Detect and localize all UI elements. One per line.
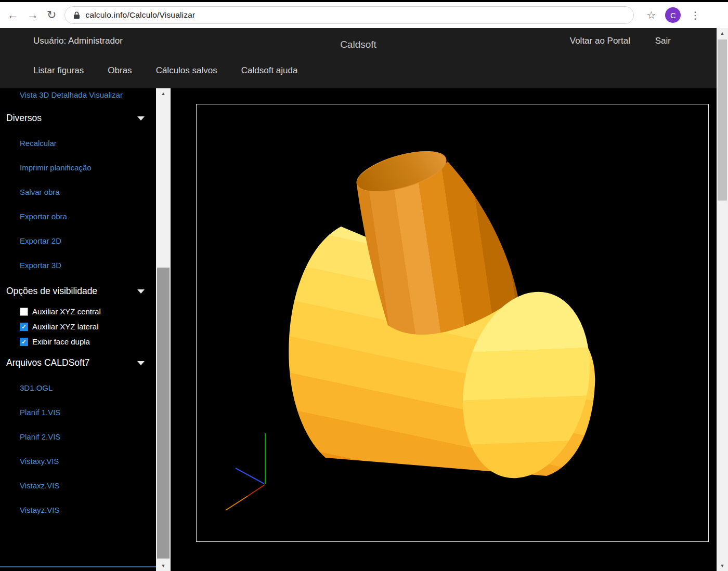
scroll-up-icon[interactable]: ▲ <box>156 88 171 99</box>
visibility-option-row: Exibir face dupla <box>0 334 156 349</box>
sidebar-footer-divider <box>0 566 156 571</box>
chevron-down-icon <box>137 116 145 121</box>
forward-icon[interactable]: → <box>27 9 38 21</box>
sidebar-scrollbar-thumb[interactable] <box>157 268 170 559</box>
axis-triad <box>226 433 265 510</box>
refresh-icon[interactable]: ↻ <box>47 9 56 21</box>
visibility-option-row: Auxiliar XYZ lateral <box>0 319 156 334</box>
nav-item-obras[interactable]: Obras <box>108 65 132 76</box>
axis-z-blue <box>236 468 264 484</box>
scroll-down-icon[interactable]: ▼ <box>717 561 728 571</box>
portal-link[interactable]: Voltar ao Portal <box>570 36 630 46</box>
axis-aux-orange <box>226 496 248 510</box>
checkbox-auxiliar-xyz-lateral[interactable] <box>20 323 28 331</box>
main-nav: Listar figuras Obras Cálculos salvos Cal… <box>0 58 717 76</box>
sidebar-item-vistaxz-vis[interactable]: Vistaxz.VIS <box>0 473 156 498</box>
sidebar-item-vistayz-vis[interactable]: Vistayz.VIS <box>0 498 156 522</box>
sidebar-item-salvar-obra[interactable]: Salvar obra <box>0 180 156 204</box>
sidebar-section-arquivos-caldsoft7[interactable]: Arquivos CALDSoft7 <box>0 349 156 376</box>
browser-toolbar: ← → ↻ calculo.info/Calculo/Visualizar ☆ … <box>0 0 728 28</box>
avatar[interactable]: C <box>665 7 681 23</box>
sidebar-item-imprimir-planificacao[interactable]: Imprimir planificação <box>0 155 156 180</box>
main-area <box>171 88 717 571</box>
page-scrollbar-thumb[interactable] <box>718 39 727 201</box>
chevron-down-icon <box>137 361 145 365</box>
chevron-down-icon <box>137 289 145 294</box>
pipe-tee-render <box>197 104 709 542</box>
checkbox-auxiliar-xyz-central[interactable] <box>20 308 28 316</box>
url-text: calculo.info/Calculo/Visualizar <box>85 10 195 20</box>
visibility-option-row: Auxiliar XYZ central <box>0 304 156 319</box>
lock-icon <box>73 11 80 19</box>
scroll-down-icon[interactable]: ▼ <box>156 561 171 571</box>
sidebar-item-vistaxy-vis[interactable]: Vistaxy.VIS <box>0 449 156 473</box>
back-icon[interactable]: ← <box>7 9 19 21</box>
sidebar-scrollbar[interactable]: ▲ ▼ <box>156 88 171 571</box>
address-bar[interactable]: calculo.info/Calculo/Visualizar <box>64 6 634 24</box>
browser-menu-icon[interactable]: ⋮ <box>690 9 700 21</box>
sidebar-item-exportar-3d[interactable]: Exportar 3D <box>0 253 156 277</box>
sidebar-item-planif2-vis[interactable]: Planif 2.VIS <box>0 424 156 449</box>
nav-item-listar-figuras[interactable]: Listar figuras <box>33 65 84 76</box>
page-scrollbar[interactable]: ▲ ▼ <box>717 28 728 571</box>
sidebar-item-planif1-vis[interactable]: Planif 1.VIS <box>0 400 156 424</box>
nav-item-calculos-salvos[interactable]: Cálculos salvos <box>156 65 217 76</box>
sidebar-item-exportar-2d[interactable]: Exportar 2D <box>0 229 156 253</box>
3d-viewport[interactable] <box>196 104 709 542</box>
sidebar-item-exportar-obra[interactable]: Exportar obra <box>0 204 156 229</box>
sidebar-section-opcoes-visibilidade[interactable]: Opções de visibilidade <box>0 277 156 304</box>
checkbox-exibir-face-dupla[interactable] <box>20 338 28 346</box>
axis-x-red <box>248 485 265 496</box>
app-header: Usuário: Administrador Caldsoft Voltar a… <box>0 28 717 88</box>
sidebar-section-diversos[interactable]: Diversos <box>0 104 156 131</box>
logout-link[interactable]: Sair <box>655 36 671 46</box>
sidebar-item-vista-3d-detalhada[interactable]: Vista 3D Detalhada Visualizar <box>0 88 156 104</box>
nav-item-caldsoft-ajuda[interactable]: Caldsoft ajuda <box>241 65 298 76</box>
sidebar-item-recalcular[interactable]: Recalcular <box>0 131 156 155</box>
bookmark-star-icon[interactable]: ☆ <box>646 9 656 21</box>
sidebar: Vista 3D Detalhada Visualizar Diversos R… <box>0 88 156 571</box>
sidebar-item-3d1-ogl[interactable]: 3D1.OGL <box>0 376 156 400</box>
scroll-up-icon[interactable]: ▲ <box>717 28 728 38</box>
